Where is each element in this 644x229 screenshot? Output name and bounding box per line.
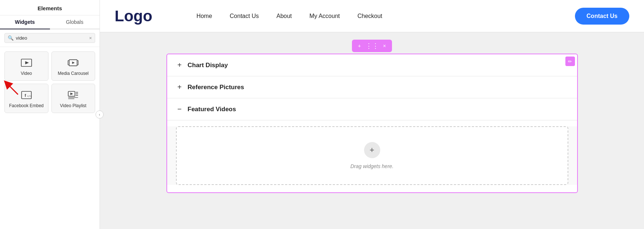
widget-label-video: Video	[21, 71, 32, 76]
drag-zone: + Drag widgets here.	[176, 126, 568, 185]
svg-marker-1	[25, 61, 29, 64]
toolbar-close-button[interactable]: ×	[381, 42, 388, 50]
accordion-expand-icon-featured[interactable]: −	[176, 105, 183, 113]
top-nav: Logo Home Contact Us About My Account Ch…	[100, 0, 644, 32]
svg-text:f: f	[25, 93, 26, 98]
accordion-label-chart: Chart Display	[188, 62, 228, 69]
search-clear-button[interactable]: ×	[89, 35, 92, 41]
pencil-icon: ✏	[568, 59, 572, 64]
logo: Logo	[115, 7, 152, 25]
accordion-expand-icon-reference[interactable]: +	[176, 83, 183, 91]
nav-link-about[interactable]: About	[276, 13, 292, 19]
accordion-item-chart-display[interactable]: + Chart Display	[167, 54, 577, 76]
video-icon	[20, 58, 33, 68]
svg-rect-4	[77, 61, 78, 65]
drag-zone-label: Drag widgets here.	[350, 163, 394, 169]
search-icon: 🔍	[8, 35, 14, 41]
media-carousel-icon	[66, 58, 80, 68]
widget-card-video[interactable]: Video	[4, 51, 48, 81]
tab-widgets[interactable]: Widgets	[0, 15, 50, 29]
search-input[interactable]	[16, 35, 85, 41]
panel-title: Elements	[0, 0, 100, 15]
svg-text:</>: </>	[27, 95, 31, 98]
accordion-item-featured-videos[interactable]: − Featured Videos	[167, 98, 577, 120]
accordion-item-reference-pictures[interactable]: + Reference Pictures	[167, 76, 577, 98]
widget-label-facebook-embed: Facebook Embed	[9, 103, 44, 108]
toolbar-drag-handle[interactable]: ⋮⋮	[363, 41, 381, 51]
widget-label-video-playlist: Video Playlist	[60, 103, 86, 108]
search-row: 🔍 ×	[0, 29, 100, 47]
content-area: + ⋮⋮ × ✏ + Chart Display + Reference Pic…	[100, 32, 644, 229]
nav-link-contact[interactable]: Contact Us	[230, 13, 259, 19]
contact-us-button[interactable]: Contact Us	[575, 8, 629, 25]
toolbar-add-button[interactable]: +	[356, 42, 363, 50]
widget-card-media-carousel[interactable]: Media Carousel	[51, 51, 96, 81]
accordion-content-featured-videos: + Drag widgets here.	[167, 126, 577, 185]
widget-card-facebook-embed[interactable]: f </> Facebook Embed	[4, 84, 48, 113]
nav-links: Home Contact Us About My Account Checkou…	[197, 13, 575, 19]
accordion-expand-icon-chart[interactable]: +	[176, 61, 183, 69]
widgets-grid: Video Media Carousel f </>	[0, 47, 100, 117]
left-panel: Elements Widgets Globals 🔍 × Video	[0, 0, 100, 229]
accordion-label-reference: Reference Pictures	[188, 84, 244, 91]
nav-link-checkout[interactable]: Checkout	[357, 13, 382, 19]
facebook-embed-icon: f </>	[20, 90, 33, 100]
drag-zone-add-button[interactable]: +	[364, 142, 380, 158]
tabs-row: Widgets Globals	[0, 15, 100, 29]
nav-link-myaccount[interactable]: My Account	[309, 13, 340, 19]
section-toolbar: + ⋮⋮ ×	[352, 40, 392, 52]
svg-marker-10	[71, 92, 73, 95]
tab-globals[interactable]: Globals	[50, 15, 100, 29]
video-playlist-icon	[66, 90, 80, 100]
widget-card-video-playlist[interactable]: Video Playlist	[51, 84, 96, 113]
accordion-wrapper: ✏ + Chart Display + Reference Pictures −…	[166, 54, 578, 193]
svg-marker-5	[72, 62, 75, 64]
nav-link-home[interactable]: Home	[197, 13, 212, 19]
main-area: Logo Home Contact Us About My Account Ch…	[100, 0, 644, 229]
accordion-edit-button[interactable]: ✏	[565, 57, 575, 66]
widget-label-media-carousel: Media Carousel	[58, 71, 89, 76]
search-input-wrap: 🔍 ×	[4, 33, 95, 43]
collapse-panel-button[interactable]: ‹	[96, 110, 104, 119]
accordion-label-featured: Featured Videos	[188, 106, 236, 113]
svg-rect-3	[68, 61, 69, 65]
